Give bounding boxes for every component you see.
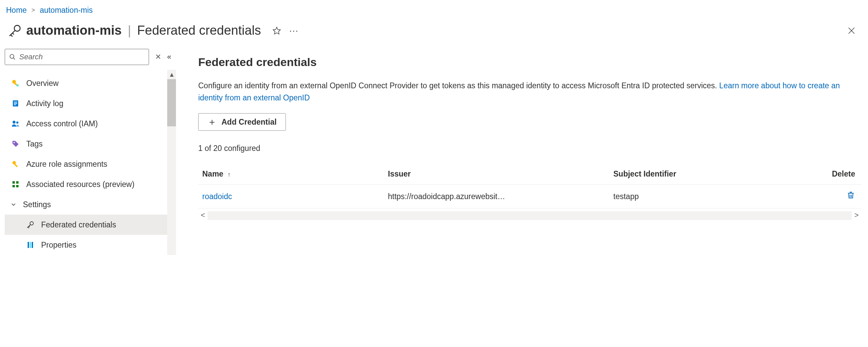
scroll-left-icon[interactable]: <	[198, 210, 208, 221]
add-credential-button[interactable]: ＋ Add Credential	[198, 113, 286, 131]
svg-rect-12	[14, 104, 16, 105]
search-input[interactable]	[19, 53, 145, 61]
key-gold-icon	[10, 78, 21, 89]
credential-name-link[interactable]: roadoidc	[202, 192, 232, 201]
blade-title-section: Federated credentials	[137, 22, 261, 39]
col-issuer[interactable]: Issuer	[384, 164, 609, 184]
nav-overview[interactable]: Overview	[5, 73, 171, 93]
nav-label: Federated credentials	[41, 219, 116, 230]
svg-rect-19	[16, 181, 19, 184]
svg-line-5	[13, 58, 15, 60]
key-outline-icon	[25, 219, 36, 230]
svg-rect-24	[30, 242, 31, 248]
configured-count: 1 of 20 configured	[198, 143, 861, 154]
sort-asc-icon: ↑	[228, 171, 231, 178]
svg-rect-17	[14, 164, 18, 167]
content-description: Configure an identity from an external O…	[198, 80, 861, 104]
log-icon	[10, 98, 21, 109]
svg-point-13	[12, 121, 16, 124]
breadcrumb-home[interactable]: Home	[6, 5, 27, 15]
delete-icon[interactable]	[846, 191, 855, 199]
svg-rect-20	[12, 185, 15, 187]
breadcrumb: Home > automation-mis	[0, 0, 868, 19]
svg-point-8	[17, 85, 19, 87]
svg-rect-10	[14, 102, 17, 102]
svg-rect-21	[16, 185, 19, 187]
more-menu-icon[interactable]: ···	[289, 25, 299, 37]
nav-activity-log[interactable]: Activity log	[5, 93, 171, 114]
people-icon	[10, 118, 21, 129]
breadcrumb-separator: >	[31, 6, 35, 14]
nav-access-control[interactable]: Access control (IAM)	[5, 114, 171, 134]
credentials-table: Name ↑ Issuer Subject Identifier Delete …	[198, 164, 861, 208]
nav-tags[interactable]: Tags	[5, 134, 171, 154]
plus-icon: ＋	[207, 117, 217, 127]
nav-label: Overview	[26, 78, 59, 89]
nav-federated-credentials[interactable]: Federated credentials	[5, 215, 171, 235]
svg-rect-25	[32, 242, 33, 248]
grid-icon	[10, 179, 21, 190]
svg-rect-11	[14, 103, 17, 104]
nav-label: Settings	[23, 199, 51, 210]
clear-search-icon[interactable]: ✕	[155, 52, 161, 62]
nav-label: Azure role assignments	[26, 159, 107, 169]
content-heading: Federated credentials	[198, 54, 861, 70]
svg-point-15	[13, 142, 15, 143]
blade-title-row: automation-mis | Federated credentials ·…	[0, 19, 868, 49]
nav-properties[interactable]: Properties	[5, 235, 171, 255]
scroll-right-icon[interactable]: >	[852, 210, 861, 221]
svg-point-14	[16, 122, 18, 124]
nav-label: Properties	[41, 240, 77, 250]
sidebar-nav: Overview Activity log	[5, 73, 171, 255]
key-icon	[6, 22, 24, 39]
tag-icon	[10, 138, 21, 149]
svg-point-4	[10, 55, 14, 59]
blade-title-resource: automation-mis	[26, 22, 122, 39]
table-row: roadoidc https://roadoidcapp.azurewebsit…	[198, 184, 861, 208]
content-pane: Federated credentials Configure an ident…	[171, 49, 868, 255]
nav-settings-header[interactable]: Settings	[5, 194, 171, 215]
svg-rect-18	[12, 181, 15, 184]
credential-subject: testapp	[609, 184, 795, 208]
col-name[interactable]: Name ↑	[198, 164, 384, 184]
chevron-down-icon	[8, 199, 19, 210]
col-delete: Delete	[795, 164, 861, 184]
svg-marker-1	[273, 27, 281, 34]
breadcrumb-resource[interactable]: automation-mis	[40, 5, 93, 15]
nav-label: Tags	[26, 138, 43, 149]
nav-label: Associated resources (preview)	[26, 179, 134, 190]
content-description-text: Configure an identity from an external O…	[198, 81, 719, 90]
table-horizontal-scrollbar[interactable]: < >	[198, 211, 861, 221]
nav-label: Access control (IAM)	[26, 118, 98, 129]
col-name-label: Name	[202, 169, 223, 178]
nav-associated-resources[interactable]: Associated resources (preview)	[5, 174, 171, 194]
col-subject[interactable]: Subject Identifier	[609, 164, 795, 184]
credential-issuer: https://roadoidcapp.azurewebsit…	[384, 184, 609, 208]
svg-rect-23	[28, 242, 29, 248]
sidebar-search[interactable]	[5, 49, 149, 65]
sidebar: ✕ « Overview	[5, 49, 171, 255]
add-credential-label: Add Credential	[221, 118, 277, 127]
title-separator: |	[128, 22, 131, 39]
collapse-sidebar-icon[interactable]: «	[167, 52, 171, 62]
favorite-star-icon[interactable]	[272, 26, 281, 35]
search-icon	[9, 54, 16, 60]
nav-label: Activity log	[26, 98, 63, 109]
key-yellow-icon	[10, 159, 21, 169]
blade-title: automation-mis | Federated credentials	[26, 22, 261, 39]
scroll-track[interactable]	[208, 211, 852, 220]
nav-azure-role[interactable]: Azure role assignments	[5, 154, 171, 174]
close-blade-icon[interactable]	[846, 25, 862, 36]
properties-icon	[25, 240, 36, 250]
